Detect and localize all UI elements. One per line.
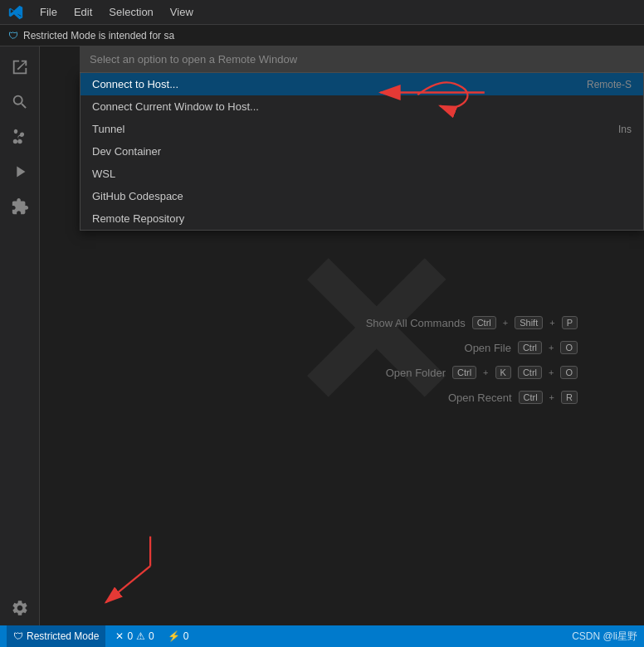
warning-icon: ⚠: [136, 630, 145, 642]
sidebar-item-remote[interactable]: [6, 597, 34, 625]
kbd-o: O: [560, 341, 578, 354]
main-layout: ✕ Show All Commands Ctrl + Shift + P Ope…: [0, 46, 644, 625]
restricted-mode-label: Restricted Mode: [27, 630, 99, 642]
titlebar-menu: File Edit Selection View: [33, 4, 200, 20]
errors-status[interactable]: ✕ 0 ⚠ 0: [112, 630, 157, 642]
menu-view[interactable]: View: [163, 4, 200, 20]
error-icon: ✕: [115, 630, 124, 642]
dropdown-item-github-codespace[interactable]: GitHub Codespace: [80, 185, 643, 207]
status-bar-right: CSDN @li星野: [572, 630, 637, 644]
dropdown-item-connect-current[interactable]: Connect Current Window to Host...: [80, 95, 643, 118]
command-palette-input-wrapper: [80, 46, 644, 73]
titlebar: File Edit Selection View: [0, 0, 644, 25]
shield-icon: 🛡: [8, 30, 18, 41]
kbd-ctrl: Ctrl: [472, 316, 496, 329]
shortcut-open-recent: Open Recent Ctrl + R: [366, 391, 578, 404]
kbd-p: P: [562, 316, 578, 329]
kbd-ctrl2: Ctrl: [518, 366, 542, 379]
status-bar-left: 🛡 Restricted Mode ✕ 0 ⚠ 0 ⚡ 0: [7, 625, 192, 647]
menu-selection[interactable]: Selection: [102, 4, 159, 20]
plus6: +: [549, 392, 554, 402]
plus4: +: [483, 367, 488, 377]
activity-bar: [0, 46, 40, 625]
dropdown-item-label: Connect to Host...: [92, 78, 178, 90]
dropdown-item-right: Remote-S: [587, 79, 632, 90]
kbd-o2: O: [560, 366, 578, 379]
kbd-ctrl: Ctrl: [518, 341, 542, 354]
dropdown-item-label: GitHub Codespace: [92, 190, 183, 202]
ports-count: 0: [183, 630, 189, 642]
dropdown-item-label: Remote Repository: [92, 212, 184, 225]
error-count: 0: [127, 630, 133, 642]
command-palette-dropdown: Connect to Host... Remote-S Connect Curr…: [80, 73, 644, 231]
menu-file[interactable]: File: [33, 4, 64, 20]
plus5: +: [549, 367, 554, 377]
plus1: +: [503, 318, 508, 328]
sidebar-item-search[interactable]: [6, 88, 34, 116]
dropdown-item-remote-repository[interactable]: Remote Repository: [80, 207, 643, 230]
dropdown-item-label: Connect Current Window to Host...: [92, 100, 259, 113]
welcome-shortcuts: Show All Commands Ctrl + Shift + P Open …: [366, 316, 578, 416]
dropdown-item-label: WSL: [92, 168, 115, 180]
kbd-ctrl: Ctrl: [452, 366, 476, 379]
dropdown-item-label: Tunnel: [92, 123, 124, 135]
ports-status[interactable]: ⚡ 0: [164, 630, 193, 642]
shortcut-label: Open Folder: [386, 367, 446, 379]
attribution-text: CSDN @li星野: [572, 630, 637, 644]
shortcut-open-folder: Open Folder Ctrl + K Ctrl + O: [366, 366, 578, 379]
kbd-ctrl: Ctrl: [519, 391, 543, 404]
shortcut-label: Show All Commands: [366, 317, 466, 329]
dropdown-item-label: Dev Container: [92, 145, 161, 158]
sidebar-item-explorer[interactable]: [6, 53, 34, 81]
shortcut-show-all-commands: Show All Commands Ctrl + Shift + P: [366, 316, 578, 329]
command-palette-input[interactable]: [80, 46, 644, 72]
plus2: +: [549, 318, 554, 328]
menu-edit[interactable]: Edit: [67, 4, 99, 20]
command-palette: Connect to Host... Remote-S Connect Curr…: [80, 46, 644, 231]
warning-count: 0: [149, 630, 154, 642]
restricted-mode-status[interactable]: 🛡 Restricted Mode: [7, 625, 105, 647]
dropdown-item-connect-host[interactable]: Connect to Host... Remote-S: [80, 73, 643, 95]
vscode-logo: [8, 5, 23, 20]
editor-area: ✕ Show All Commands Ctrl + Shift + P Ope…: [40, 46, 644, 625]
dropdown-item-right: Ins: [618, 124, 632, 135]
shield-status-icon: 🛡: [13, 630, 23, 642]
status-bar: 🛡 Restricted Mode ✕ 0 ⚠ 0 ⚡ 0 CSDN @li星野: [0, 625, 644, 647]
kbd-r: R: [561, 391, 578, 404]
shortcut-open-file: Open File Ctrl + O: [366, 341, 578, 354]
dropdown-item-tunnel[interactable]: Tunnel Ins: [80, 118, 643, 140]
sidebar-item-run[interactable]: [6, 158, 34, 186]
sidebar-item-extensions[interactable]: [6, 192, 34, 221]
ports-icon: ⚡: [168, 630, 180, 642]
plus3: +: [549, 343, 554, 353]
svg-line-1: [105, 566, 150, 602]
dropdown-item-wsl[interactable]: WSL: [80, 163, 643, 185]
shortcut-label: Open Recent: [448, 392, 512, 404]
restricted-mode-text: Restricted Mode is intended for sa: [23, 30, 174, 41]
shortcut-label: Open File: [465, 342, 511, 354]
sidebar-item-source-control[interactable]: [6, 123, 34, 151]
dropdown-item-dev-container[interactable]: Dev Container: [80, 140, 643, 163]
kbd-shift: Shift: [515, 316, 543, 329]
kbd-k: K: [495, 366, 511, 379]
restricted-mode-bar: 🛡 Restricted Mode is intended for sa: [0, 25, 644, 46]
